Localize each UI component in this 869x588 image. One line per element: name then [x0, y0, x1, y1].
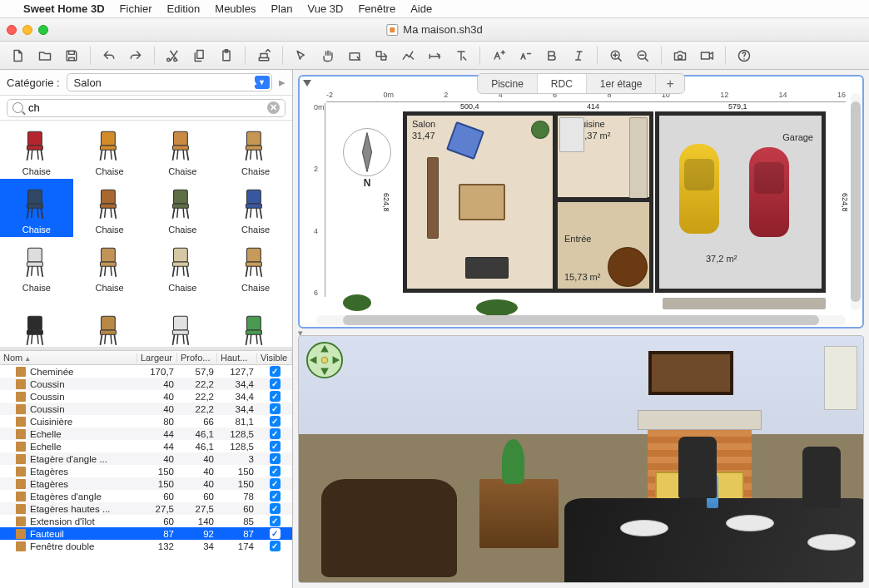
visible-checkbox[interactable]: ✓ — [270, 441, 281, 452]
catalog-item[interactable]: Chaise — [73, 179, 146, 237]
col-hauteur[interactable]: Haut... — [217, 353, 257, 363]
col-profondeur[interactable]: Profo... — [177, 353, 217, 363]
plan-car-red[interactable] — [749, 147, 789, 237]
new-file-icon[interactable] — [7, 45, 30, 67]
open-file-icon[interactable] — [33, 45, 57, 67]
room-tool-icon[interactable] — [370, 45, 393, 67]
menu-vue3d[interactable]: Vue 3D — [307, 2, 343, 15]
plan-scrollbar-horizontal[interactable] — [316, 315, 846, 325]
visible-checkbox[interactable]: ✓ — [270, 391, 281, 402]
plan-plant[interactable] — [531, 121, 549, 139]
paste-icon[interactable] — [215, 45, 238, 67]
search-input[interactable]: ✕ — [7, 99, 286, 117]
text-increase-icon[interactable] — [487, 45, 510, 67]
menu-plan[interactable]: Plan — [271, 2, 292, 15]
catalog-item[interactable]: Chaise — [0, 179, 73, 237]
undo-icon[interactable] — [97, 45, 121, 67]
table-row[interactable]: Fauteuil 87 92 87 ✓ — [0, 527, 292, 540]
visible-checkbox[interactable]: ✓ — [270, 366, 281, 377]
catalog-item[interactable] — [146, 295, 220, 350]
tab-1er-etage[interactable]: 1er étage — [587, 74, 657, 93]
bold-icon[interactable] — [540, 45, 564, 67]
table-row[interactable]: Fenêtre double 132 34 174 ✓ — [0, 540, 292, 552]
menu-edition[interactable]: Edition — [167, 2, 201, 15]
polyline-tool-icon[interactable] — [396, 45, 420, 67]
plan-table[interactable] — [465, 257, 509, 279]
help-icon[interactable] — [732, 45, 756, 67]
menu-aide[interactable]: Aide — [410, 2, 432, 15]
italic-icon[interactable] — [567, 45, 590, 67]
room-cuisine[interactable]: Cuisine13,37 m² — [554, 111, 653, 201]
video-icon[interactable] — [695, 45, 718, 67]
plan-selected-armchair[interactable] — [446, 121, 484, 160]
plan-sofa[interactable] — [427, 157, 439, 239]
visible-checkbox[interactable]: ✓ — [270, 503, 281, 514]
photo-icon[interactable] — [668, 45, 692, 67]
table-row[interactable]: Etagères 150 40 150 ✓ — [0, 477, 292, 490]
catalog-item[interactable]: Chaise — [219, 179, 292, 237]
visible-checkbox[interactable]: ✓ — [270, 528, 281, 539]
catalog-item[interactable]: Chaise — [73, 121, 146, 179]
menu-fichier[interactable]: Fichier — [120, 2, 152, 15]
catalog-item[interactable]: Chaise — [146, 179, 220, 237]
menu-meubles[interactable]: Meubles — [215, 2, 256, 15]
select-tool-icon[interactable] — [290, 45, 313, 67]
pan-tool-icon[interactable] — [316, 45, 340, 67]
catalog-item[interactable]: Chaise — [146, 121, 220, 179]
catalog-item[interactable] — [0, 295, 73, 350]
catalog-item[interactable]: Chaise — [219, 237, 292, 295]
plan-view[interactable]: -20m246810121416 0m246 N 500,4 414 579,1… — [298, 75, 864, 329]
plan-counter[interactable] — [629, 117, 648, 199]
close-window-icon[interactable] — [7, 25, 17, 35]
table-row[interactable]: Etagère d'angle ... 40 40 3 ✓ — [0, 452, 292, 465]
catalog-item[interactable]: Chaise — [0, 121, 73, 179]
compass[interactable]: N — [343, 128, 391, 176]
zoom-in-icon[interactable] — [604, 45, 628, 67]
col-nom[interactable]: Nom — [0, 353, 137, 363]
table-row[interactable]: Etagères d'angle 60 60 78 ✓ — [0, 490, 292, 502]
visible-checkbox[interactable]: ✓ — [270, 453, 281, 464]
visible-checkbox[interactable]: ✓ — [270, 541, 281, 551]
copy-icon[interactable] — [188, 45, 211, 67]
table-row[interactable]: Cuisinière 80 66 81,1 ✓ — [0, 415, 292, 427]
app-menu[interactable]: Sweet Home 3D — [23, 2, 105, 15]
3d-nav-control[interactable] — [305, 341, 344, 379]
table-row[interactable]: Cheminée 170,7 57,9 127,7 ✓ — [0, 365, 292, 378]
visible-checkbox[interactable]: ✓ — [270, 516, 281, 526]
text-tool-icon[interactable] — [449, 45, 473, 67]
table-row[interactable]: Echelle 44 46,1 128,5 ✓ — [0, 427, 292, 440]
plan-car-yellow[interactable] — [679, 144, 719, 234]
text-decrease-icon[interactable] — [514, 45, 537, 67]
clear-search-icon[interactable]: ✕ — [267, 101, 280, 114]
dimension-tool-icon[interactable] — [423, 45, 446, 67]
tab-piscine[interactable]: Piscine — [478, 74, 538, 93]
visible-checkbox[interactable]: ✓ — [270, 478, 281, 489]
visible-checkbox[interactable]: ✓ — [270, 428, 281, 439]
catalog-caret-icon[interactable]: ▸ — [279, 75, 286, 90]
catalog-item[interactable] — [73, 295, 146, 350]
table-row[interactable]: Etagères 150 40 150 ✓ — [0, 465, 292, 477]
table-row[interactable]: Etagères hautes ... 27,5 27,5 60 ✓ — [0, 502, 292, 515]
3d-view[interactable] — [298, 335, 864, 583]
tab-add-level[interactable]: + — [657, 74, 684, 93]
plan-fridge[interactable] — [559, 117, 584, 152]
plan-round-table[interactable] — [608, 247, 648, 287]
table-row[interactable]: Echelle 44 46,1 128,5 ✓ — [0, 440, 292, 452]
wall-tool-icon[interactable] — [343, 45, 366, 67]
save-file-icon[interactable] — [60, 45, 83, 67]
catalog-item[interactable] — [219, 295, 292, 350]
cut-icon[interactable] — [161, 45, 185, 67]
table-row[interactable]: Coussin 40 22,2 34,4 ✓ — [0, 378, 292, 390]
table-row[interactable]: Coussin 40 22,2 34,4 ✓ — [0, 403, 292, 415]
catalog-item[interactable]: Chaise — [73, 237, 146, 295]
tab-rdc[interactable]: RDC — [538, 74, 587, 93]
minimize-window-icon[interactable] — [22, 25, 32, 35]
view-menu-icon[interactable] — [303, 80, 311, 86]
zoom-out-icon[interactable] — [631, 45, 654, 67]
menu-fenetre[interactable]: Fenêtre — [358, 2, 395, 15]
visible-checkbox[interactable]: ✓ — [270, 378, 281, 389]
visible-checkbox[interactable]: ✓ — [270, 416, 281, 427]
catalog-item[interactable]: Chaise — [219, 121, 292, 179]
room-garage[interactable]: Garage 37,2 m² — [655, 111, 826, 293]
table-row[interactable]: Extension d'îlot 60 140 85 ✓ — [0, 515, 292, 527]
